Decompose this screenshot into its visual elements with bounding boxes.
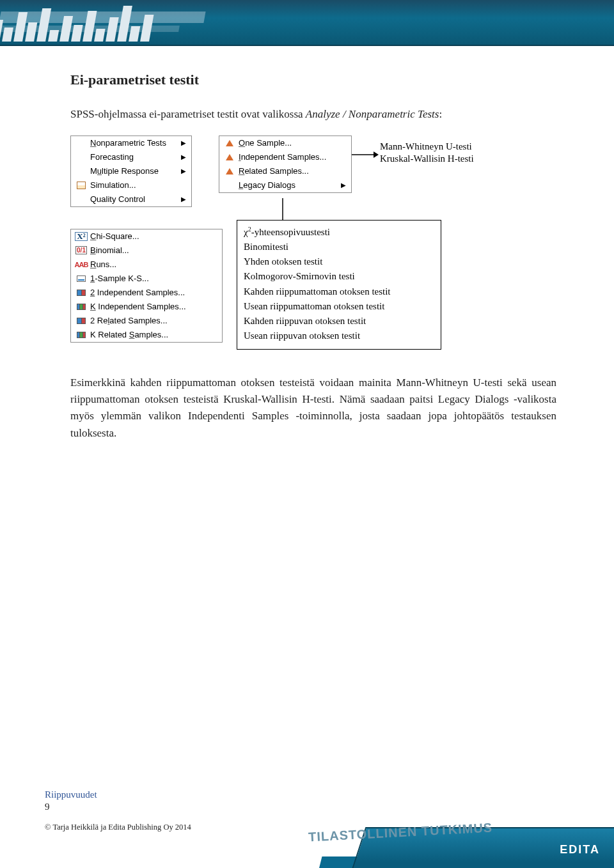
- menu-label: Chi-Square...: [90, 231, 139, 241]
- desc-line: Usean riippumattoman otoksen testit: [244, 299, 434, 314]
- binomial-icon: 0/1: [75, 246, 88, 254]
- top-banner: [0, 0, 614, 46]
- menu-composite: Nonparametric Tests ▶ Forecasting ▶ Mult…: [70, 132, 544, 362]
- spss-legacy-dialogs-menu: X² Chi-Square... 0/1 Binomial... AAB Run…: [70, 229, 223, 343]
- desc-line: Usean riippuvan otoksen testit: [244, 329, 434, 343]
- menu-label: 1-Sample K-S...: [90, 274, 149, 283]
- menu-item-one-sample[interactable]: One Sample...: [219, 136, 351, 150]
- menu-item-binomial[interactable]: 0/1 Binomial...: [71, 244, 222, 258]
- menu-item-runs[interactable]: AAB Runs...: [71, 258, 222, 272]
- menu-label: K Independent Samples...: [90, 302, 186, 311]
- menu-label: Multiple Response: [90, 166, 159, 176]
- triangle-icon: [223, 140, 236, 146]
- spss-nonparametric-submenu: One Sample... Independent Samples... Rel…: [219, 136, 352, 193]
- intro-paragraph: SPSS-ohjelmassa ei-parametriset testit o…: [70, 106, 556, 123]
- submenu-arrow-icon: ▶: [341, 182, 346, 189]
- submenu-arrow-icon: ▶: [181, 196, 186, 203]
- page-number: 9: [45, 802, 191, 812]
- submenu-arrow-icon: ▶: [181, 153, 186, 160]
- menu-item-independent-samples[interactable]: Independent Samples...: [219, 150, 351, 164]
- menu-item-1sample-ks[interactable]: 1-Sample K-S...: [71, 272, 222, 286]
- menu-label: Runs...: [90, 260, 116, 269]
- k-samples-icon: [75, 304, 88, 310]
- arrow-right-icon: [352, 151, 379, 159]
- desc-line: χ2-yhteensopivuustesti: [244, 224, 434, 240]
- desc-line: Yhden otoksen testit: [244, 254, 434, 269]
- table-icon: [75, 182, 88, 189]
- menu-label: One Sample...: [239, 138, 292, 148]
- menu-item-k-independent[interactable]: K Independent Samples...: [71, 300, 222, 314]
- chi-square-icon: X²: [75, 232, 88, 241]
- triangle-icon: [223, 154, 236, 160]
- ks-icon: [75, 275, 88, 282]
- chi-suffix: -yhteensopivuustesti: [251, 227, 330, 237]
- menu-item-nonparametric[interactable]: Nonparametric Tests ▶: [71, 136, 191, 150]
- edita-logo: EDITA: [560, 843, 600, 856]
- menu-label: Simulation...: [90, 180, 136, 190]
- menu-label: 2 Related Samples...: [90, 316, 168, 325]
- intro-suffix: :: [439, 108, 442, 120]
- description-box: χ2-yhteensopivuustesti Binomitesti Yhden…: [237, 220, 441, 350]
- menu-label: Related Samples...: [239, 166, 309, 176]
- banner-bars: [0, 6, 155, 42]
- svg-marker-1: [374, 151, 379, 158]
- desc-line: Kahden riippuvan otoksen testit: [244, 314, 434, 329]
- two-samples-icon: [75, 290, 88, 296]
- footer-section-link: Riippuvuudet: [45, 789, 191, 800]
- submenu-arrow-icon: ▶: [181, 167, 186, 174]
- two-related-icon: [75, 318, 88, 324]
- annotation-label: Mann-Whitneyn U-testi Kruskal-Wallisin H…: [380, 141, 474, 166]
- menu-label: Binomial...: [90, 245, 129, 255]
- menu-item-simulation[interactable]: Simulation...: [71, 178, 191, 192]
- chi-symbol: χ: [244, 227, 248, 237]
- k-related-icon: [75, 332, 88, 338]
- runs-icon: AAB: [75, 261, 88, 268]
- menu-label: 2 Independent Samples...: [90, 288, 185, 297]
- menu-item-k-related[interactable]: K Related Samples...: [71, 328, 222, 342]
- menu-label: Legacy Dialogs: [239, 180, 295, 190]
- footer-strip: TILASTOLLINEN TUTKIMUS EDITA: [0, 822, 614, 868]
- menu-label: Quality Control: [90, 194, 145, 204]
- desc-line: Kolmogorov-Smirnovin testi: [244, 269, 434, 284]
- spss-parent-menu: Nonparametric Tests ▶ Forecasting ▶ Mult…: [70, 136, 192, 207]
- menu-item-quality-control[interactable]: Quality Control ▶: [71, 192, 191, 206]
- intro-menupath: Analyze / Nonparametric Tests: [306, 108, 439, 120]
- menu-label: Nonparametric Tests: [90, 138, 166, 148]
- menu-label: K Related Samples...: [90, 330, 168, 339]
- triangle-icon: [223, 168, 236, 174]
- intro-prefix: SPSS-ohjelmassa ei-parametriset testit o…: [70, 108, 306, 120]
- body-paragraph: Esimerkkinä kahden riippumattoman otokse…: [70, 375, 556, 442]
- menu-item-legacy-dialogs[interactable]: Legacy Dialogs ▶: [219, 178, 351, 192]
- menu-label: Independent Samples...: [239, 152, 326, 162]
- page-footer: Riippuvuudet 9 © Tarja Heikkilä ja Edita…: [0, 772, 614, 868]
- submenu-arrow-icon: ▶: [181, 139, 186, 146]
- menu-item-forecasting[interactable]: Forecasting ▶: [71, 150, 191, 164]
- annotation-line: Kruskal-Wallisin H-testi: [380, 153, 474, 166]
- desc-line: Kahden riippumattoman otoksen testit: [244, 284, 434, 299]
- desc-line: Binomitesti: [244, 240, 434, 254]
- menu-item-2-related[interactable]: 2 Related Samples...: [71, 314, 222, 328]
- menu-item-multiple-response[interactable]: Multiple Response ▶: [71, 164, 191, 178]
- menu-item-related-samples[interactable]: Related Samples...: [219, 164, 351, 178]
- menu-label: Forecasting: [90, 152, 134, 162]
- section-title: Ei-parametriset testit: [70, 72, 556, 88]
- annotation-line: Mann-Whitneyn U-testi: [380, 141, 474, 153]
- menu-item-2-independent[interactable]: 2 Independent Samples...: [71, 286, 222, 300]
- menu-item-chi-square[interactable]: X² Chi-Square...: [71, 229, 222, 244]
